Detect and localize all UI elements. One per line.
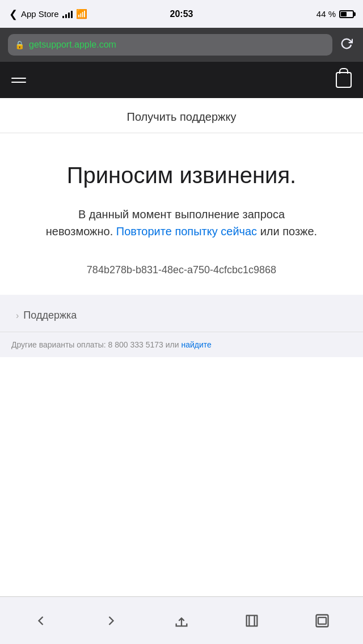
breadcrumb-chevron-icon: › (16, 311, 19, 321)
section-divider (0, 295, 363, 299)
battery-icon (339, 10, 354, 18)
page-title-section: Получить поддержку (0, 98, 363, 133)
bag-icon[interactable] (336, 72, 352, 88)
error-body-after: или позже. (257, 225, 317, 238)
bookmarks-button[interactable] (235, 607, 269, 635)
svg-rect-4 (318, 617, 326, 624)
nav-bar (0, 62, 363, 98)
signal-bars-icon (62, 10, 73, 18)
status-left: ❮ App Store 📶 (9, 8, 87, 20)
error-body: В данный момент выполнение запроса невоз… (28, 206, 335, 240)
share-button[interactable] (164, 607, 199, 635)
back-arrow-icon: ❮ (9, 8, 18, 20)
status-bar: ❮ App Store 📶 20:53 44 % (0, 0, 363, 28)
retry-link[interactable]: Повторите попытку сейчас (116, 225, 257, 238)
hamburger-line (11, 78, 26, 79)
url-text: getsupport.apple.com (29, 40, 326, 50)
footer-text-content: Другие варианты оплаты: 8 800 333 5173 и… (11, 340, 181, 349)
battery-percent: 44 % (316, 9, 336, 19)
hamburger-menu-button[interactable] (11, 78, 26, 83)
lock-icon: 🔒 (15, 40, 24, 49)
error-code: 784b278b-b831-48ec-a750-4cfcbc1c9868 (28, 262, 335, 278)
reload-button[interactable] (338, 37, 355, 53)
status-right: 44 % (316, 9, 354, 19)
hamburger-line (11, 82, 26, 83)
footer-link[interactable]: найдите (181, 340, 211, 349)
footer-text-section: Другие варианты оплаты: 8 800 333 5173 и… (0, 332, 363, 357)
url-field[interactable]: 🔒 getsupport.apple.com (8, 34, 332, 56)
url-bar: 🔒 getsupport.apple.com (0, 28, 363, 62)
error-title: Приносим извинения. (28, 162, 335, 189)
wifi-icon: 📶 (76, 9, 87, 19)
main-content: Приносим извинения. В данный момент выпо… (0, 133, 363, 295)
footer-text: Другие варианты оплаты: 8 800 333 5173 и… (11, 340, 352, 349)
breadcrumb-support-label: Поддержка (23, 310, 77, 321)
breadcrumb-section: › Поддержка (0, 299, 363, 332)
carrier-label: App Store (21, 9, 59, 19)
tabs-button[interactable] (305, 607, 339, 635)
status-time: 20:53 (170, 9, 193, 19)
bottom-nav-bar (0, 596, 363, 644)
forward-button[interactable] (94, 607, 128, 635)
page-title: Получить поддержку (0, 111, 363, 124)
back-button[interactable] (24, 607, 58, 635)
